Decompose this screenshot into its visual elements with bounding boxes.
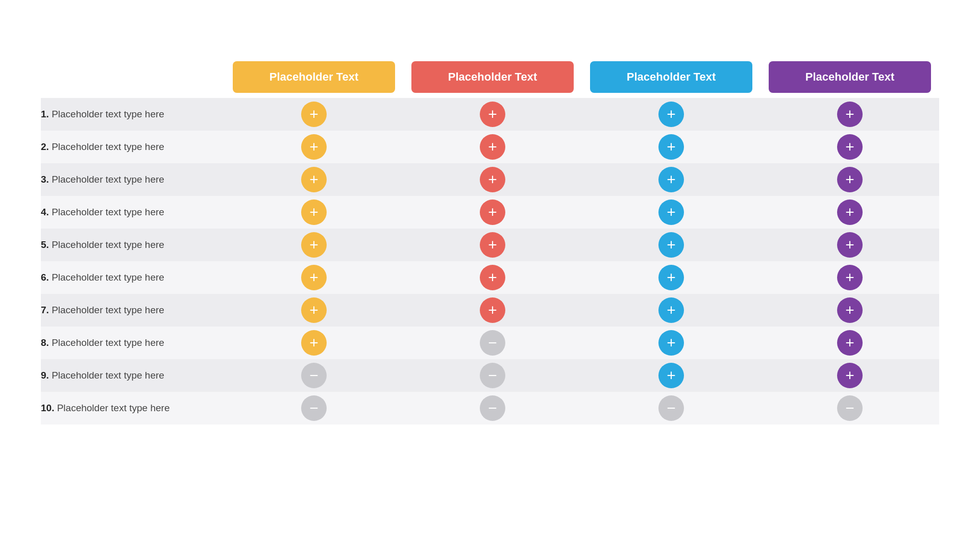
row-label-cell: 7. Placeholder text type here <box>41 294 225 327</box>
plus-icon: + <box>658 297 684 323</box>
plus-icon: + <box>658 330 684 356</box>
icon-cell-r5-c0: + <box>225 261 403 294</box>
table-row: 8. Placeholder text type here+−++ <box>41 327 939 359</box>
row-label-cell: 2. Placeholder text type here <box>41 131 225 163</box>
icon-cell-r0-c3: + <box>761 98 939 131</box>
plus-icon: + <box>480 265 505 290</box>
icon-cell-r8-c0: − <box>225 359 403 392</box>
plus-icon: + <box>480 134 505 160</box>
column-header-col2: Placeholder Text <box>403 61 582 98</box>
table-row: 7. Placeholder text type here++++ <box>41 294 939 327</box>
icon-cell-r7-c3: + <box>761 327 939 359</box>
plus-icon: + <box>837 102 863 127</box>
plus-icon: + <box>658 265 684 290</box>
plus-icon: + <box>837 167 863 192</box>
table-row: 10. Placeholder text type here−−−− <box>41 392 939 424</box>
row-label-header <box>41 61 225 98</box>
plus-icon: + <box>301 134 327 160</box>
table-row: 3. Placeholder text type here++++ <box>41 163 939 196</box>
icon-cell-r2-c2: + <box>582 163 761 196</box>
checklist-table: Placeholder TextPlaceholder TextPlacehol… <box>41 61 939 424</box>
column-header-col3: Placeholder Text <box>582 61 761 98</box>
row-label-cell: 6. Placeholder text type here <box>41 261 225 294</box>
row-label-cell: 1. Placeholder text type here <box>41 98 225 131</box>
icon-cell-r5-c3: + <box>761 261 939 294</box>
minus-icon: − <box>301 395 327 421</box>
minus-icon: − <box>658 395 684 421</box>
table-row: 5. Placeholder text type here++++ <box>41 229 939 261</box>
plus-icon: + <box>837 363 863 388</box>
icon-cell-r6-c0: + <box>225 294 403 327</box>
minus-icon: − <box>837 395 863 421</box>
minus-icon: − <box>301 363 327 388</box>
plus-icon: + <box>480 102 505 127</box>
column-header-col4: Placeholder Text <box>761 61 939 98</box>
table-row: 9. Placeholder text type here−−++ <box>41 359 939 392</box>
icon-cell-r2-c0: + <box>225 163 403 196</box>
icon-cell-r2-c1: + <box>403 163 582 196</box>
plus-icon: + <box>837 199 863 225</box>
plus-icon: + <box>301 330 327 356</box>
plus-icon: + <box>301 199 327 225</box>
col-header-label-col3: Placeholder Text <box>590 61 752 93</box>
plus-icon: + <box>301 297 327 323</box>
icon-cell-r3-c1: + <box>403 196 582 229</box>
plus-icon: + <box>480 199 505 225</box>
plus-icon: + <box>301 265 327 290</box>
icon-cell-r3-c3: + <box>761 196 939 229</box>
plus-icon: + <box>658 102 684 127</box>
icon-cell-r4-c1: + <box>403 229 582 261</box>
plus-icon: + <box>658 199 684 225</box>
icon-cell-r8-c2: + <box>582 359 761 392</box>
icon-cell-r1-c0: + <box>225 131 403 163</box>
icon-cell-r4-c2: + <box>582 229 761 261</box>
row-label-cell: 5. Placeholder text type here <box>41 229 225 261</box>
icon-cell-r8-c3: + <box>761 359 939 392</box>
table-row: 2. Placeholder text type here++++ <box>41 131 939 163</box>
plus-icon: + <box>301 102 327 127</box>
icon-cell-r4-c0: + <box>225 229 403 261</box>
icon-cell-r6-c2: + <box>582 294 761 327</box>
icon-cell-r9-c3: − <box>761 392 939 424</box>
plus-icon: + <box>301 232 327 258</box>
plus-icon: + <box>301 167 327 192</box>
row-label-cell: 4. Placeholder text type here <box>41 196 225 229</box>
icon-cell-r0-c0: + <box>225 98 403 131</box>
table-row: 1. Placeholder text type here++++ <box>41 98 939 131</box>
col-header-label-col2: Placeholder Text <box>411 61 574 93</box>
row-label-cell: 9. Placeholder text type here <box>41 359 225 392</box>
icon-cell-r8-c1: − <box>403 359 582 392</box>
plus-icon: + <box>658 232 684 258</box>
plus-icon: + <box>837 134 863 160</box>
plus-icon: + <box>837 265 863 290</box>
icon-cell-r7-c0: + <box>225 327 403 359</box>
col-header-label-col1: Placeholder Text <box>233 61 395 93</box>
table-row: 4. Placeholder text type here++++ <box>41 196 939 229</box>
icon-cell-r0-c2: + <box>582 98 761 131</box>
table-row: 6. Placeholder text type here++++ <box>41 261 939 294</box>
icon-cell-r9-c1: − <box>403 392 582 424</box>
plus-icon: + <box>480 167 505 192</box>
icon-cell-r9-c2: − <box>582 392 761 424</box>
plus-icon: + <box>837 232 863 258</box>
icon-cell-r1-c2: + <box>582 131 761 163</box>
icon-cell-r5-c1: + <box>403 261 582 294</box>
icon-cell-r7-c2: + <box>582 327 761 359</box>
icon-cell-r6-c1: + <box>403 294 582 327</box>
col-header-label-col4: Placeholder Text <box>769 61 931 93</box>
row-label-cell: 8. Placeholder text type here <box>41 327 225 359</box>
minus-icon: − <box>480 330 505 356</box>
icon-cell-r0-c1: + <box>403 98 582 131</box>
icon-cell-r6-c3: + <box>761 294 939 327</box>
plus-icon: + <box>658 363 684 388</box>
plus-icon: + <box>837 297 863 323</box>
plus-icon: + <box>658 134 684 160</box>
icon-cell-r7-c1: − <box>403 327 582 359</box>
plus-icon: + <box>837 330 863 356</box>
icon-cell-r2-c3: + <box>761 163 939 196</box>
row-label-cell: 10. Placeholder text type here <box>41 392 225 424</box>
icon-cell-r4-c3: + <box>761 229 939 261</box>
icon-cell-r3-c2: + <box>582 196 761 229</box>
icon-cell-r1-c1: + <box>403 131 582 163</box>
column-header-col1: Placeholder Text <box>225 61 403 98</box>
